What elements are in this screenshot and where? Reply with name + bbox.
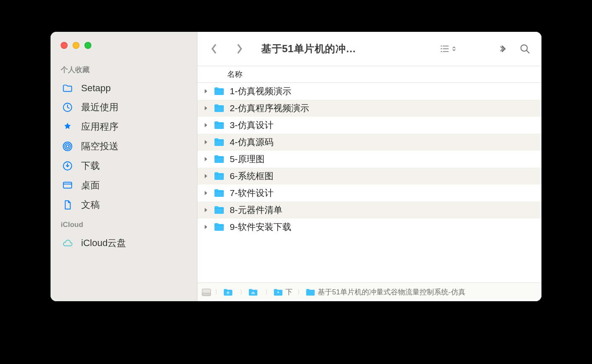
- file-name: 3-仿真设计: [230, 119, 273, 131]
- zoom-window-button[interactable]: [85, 42, 91, 49]
- list-item[interactable]: 3-仿真设计: [197, 117, 541, 134]
- folder-icon: [214, 188, 225, 198]
- sidebar-item-downloads[interactable]: 下载: [51, 156, 197, 176]
- window-controls: [51, 39, 197, 59]
- sidebar-item-label: 下载: [81, 160, 100, 172]
- folder-icon: [62, 82, 73, 94]
- doc-icon: [62, 199, 73, 211]
- icloud-icon: [62, 237, 73, 249]
- svg-point-2: [65, 143, 70, 149]
- main-panel: 基于51单片机的冲… 名称 1-仿真视频演示: [197, 32, 541, 301]
- list-item[interactable]: 7-软件设计: [197, 185, 541, 202]
- disclosure-triangle-icon[interactable]: [203, 105, 209, 112]
- list-item[interactable]: 4-仿真源码: [197, 134, 541, 151]
- sidebar-item-setapp[interactable]: Setapp: [51, 79, 197, 98]
- back-button[interactable]: [207, 42, 221, 56]
- chevron-right-icon: 〉: [264, 288, 271, 296]
- sidebar-item-label: 隔空投送: [81, 140, 118, 153]
- sidebar-item-label: 最近使用: [81, 101, 118, 114]
- sidebar-item-label: iCloud云盘: [81, 237, 126, 249]
- sidebar-item-applications[interactable]: 应用程序: [51, 117, 197, 137]
- forward-button[interactable]: [232, 42, 247, 56]
- file-name: 4-仿真源码: [230, 136, 273, 148]
- column-header-name[interactable]: 名称: [197, 66, 541, 83]
- folder-icon: [214, 104, 225, 113]
- file-name: 5-原理图: [230, 153, 265, 165]
- sidebar: 个人收藏 Setapp 最近使用 应用程序 隔空投送: [51, 32, 197, 301]
- folder-icon: [214, 154, 225, 164]
- sidebar-item-label: Setapp: [81, 83, 111, 94]
- file-name: 8-元器件清单: [230, 204, 282, 216]
- sidebar-item-airdrop[interactable]: 隔空投送: [51, 137, 197, 156]
- disclosure-triangle-icon[interactable]: [203, 88, 209, 95]
- file-name: 6-系统框图: [230, 170, 273, 182]
- file-name: 1-仿真视频演示: [230, 85, 291, 97]
- disclosure-triangle-icon[interactable]: [203, 207, 209, 213]
- path-segment[interactable]: 下: [285, 287, 293, 297]
- list-item[interactable]: 2-仿真程序视频演示: [197, 100, 541, 117]
- list-item[interactable]: 5-原理图: [197, 151, 541, 168]
- chevron-right-icon: 〉: [214, 288, 220, 296]
- disclosure-triangle-icon[interactable]: [203, 156, 209, 162]
- toolbar: 基于51单片机的冲…: [197, 32, 541, 66]
- sidebar-item-label: 文稿: [81, 199, 100, 211]
- view-mode-button[interactable]: [438, 39, 457, 59]
- list-item[interactable]: 1-仿真视频演示: [197, 83, 541, 100]
- file-list: 1-仿真视频演示 2-仿真程序视频演示 3-仿真设计 4-仿真源码 5-原理图: [197, 83, 541, 283]
- list-item[interactable]: 8-元器件清单: [197, 202, 541, 218]
- chevron-right-icon: 〉: [239, 288, 245, 296]
- folder-icon[interactable]: [248, 288, 258, 296]
- list-item[interactable]: 9-软件安装下载: [197, 218, 541, 235]
- finder-window: 个人收藏 Setapp 最近使用 应用程序 隔空投送: [51, 32, 541, 301]
- disk-icon[interactable]: [202, 288, 211, 296]
- folder-icon: [214, 137, 225, 147]
- disclosure-triangle-icon[interactable]: [203, 190, 209, 196]
- clock-icon: [62, 101, 73, 113]
- file-name: 9-软件安装下载: [230, 221, 291, 233]
- sidebar-section-icloud: iCloud: [51, 215, 197, 233]
- folder-icon[interactable]: [273, 288, 283, 296]
- nav-buttons: [207, 42, 247, 56]
- sidebar-item-label: 桌面: [81, 179, 100, 192]
- disclosure-triangle-icon[interactable]: [203, 122, 209, 129]
- sidebar-item-label: 应用程序: [81, 120, 118, 133]
- more-toolbar-button[interactable]: [491, 39, 511, 59]
- disclosure-triangle-icon[interactable]: [203, 139, 209, 146]
- folder-icon: [214, 87, 225, 96]
- folder-icon: [214, 171, 225, 181]
- chevron-right-icon: 〉: [296, 288, 303, 296]
- folder-icon: [214, 120, 225, 130]
- close-window-button[interactable]: [61, 42, 68, 49]
- file-name: 7-软件设计: [230, 187, 273, 199]
- sidebar-item-recents[interactable]: 最近使用: [51, 98, 197, 117]
- folder-icon[interactable]: [223, 288, 233, 296]
- disclosure-triangle-icon[interactable]: [203, 224, 209, 230]
- sidebar-item-icloud-drive[interactable]: iCloud云盘: [51, 233, 197, 253]
- path-bar: 〉 〉 〉 下 〉 基于51单片机的冲量式谷物流量控制系统-仿真: [197, 283, 541, 301]
- sidebar-item-desktop[interactable]: 桌面: [51, 176, 197, 195]
- window-title: 基于51单片机的冲…: [261, 42, 356, 56]
- desktop-icon: [62, 179, 73, 191]
- appstore-icon: [62, 121, 73, 133]
- sidebar-section-favorites: 个人收藏: [51, 59, 197, 79]
- disclosure-triangle-icon[interactable]: [203, 173, 209, 179]
- folder-icon: [214, 205, 225, 215]
- file-name: 2-仿真程序视频演示: [230, 102, 309, 114]
- folder-icon[interactable]: [306, 288, 315, 296]
- sidebar-item-documents[interactable]: 文稿: [51, 195, 197, 215]
- svg-point-1: [66, 145, 69, 148]
- minimize-window-button[interactable]: [73, 42, 79, 49]
- airdrop-icon: [62, 140, 73, 152]
- list-item[interactable]: 6-系统框图: [197, 168, 541, 185]
- svg-rect-8: [202, 293, 211, 296]
- folder-icon: [214, 222, 225, 232]
- search-button[interactable]: [515, 39, 535, 59]
- path-segment-current[interactable]: 基于51单片机的冲量式谷物流量控制系统-仿真: [317, 287, 466, 297]
- download-icon: [62, 160, 73, 172]
- svg-rect-5: [63, 182, 72, 188]
- svg-point-9: [227, 291, 229, 294]
